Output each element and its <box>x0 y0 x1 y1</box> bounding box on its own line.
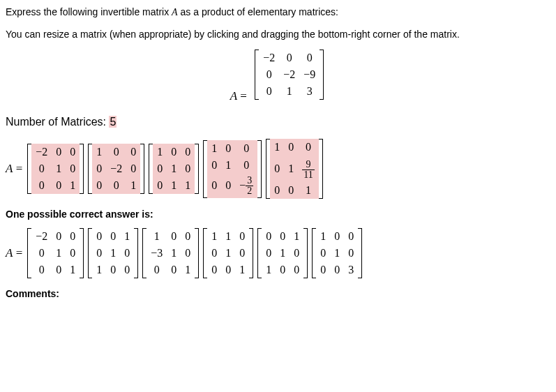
student-matrix-0[interactable]: −200010001 <box>27 144 84 194</box>
matrix-cell[interactable]: 0 <box>167 144 181 160</box>
matrix-cell: −9 <box>299 66 320 83</box>
instruction-text-1b: as a product of elementary matrices: <box>178 6 338 17</box>
student-matrix-3-table: 10001000−32 <box>207 140 257 198</box>
matrix-cell: 0 <box>276 262 290 278</box>
matrix-cell: 0 <box>207 262 221 278</box>
student-matrix-2-table: 100010011 <box>153 144 195 194</box>
matrix-cell: 3 <box>299 83 320 100</box>
matrix-cell[interactable]: 1 <box>207 140 221 157</box>
matrix-cell[interactable]: 0 <box>52 177 66 194</box>
correct-matrix-4: 001010100 <box>257 228 308 278</box>
student-matrix-4-table: 10001911001 <box>270 139 318 199</box>
matrix-cell: 1 <box>279 83 299 100</box>
matrix-cell[interactable]: 0 <box>298 139 318 156</box>
matrix-cell: 0 <box>221 262 235 278</box>
matrix-cell: 0 <box>31 245 52 262</box>
bracket-right <box>303 228 308 278</box>
matrix-cell[interactable]: −2 <box>106 160 126 177</box>
matrix-cell[interactable]: 0 <box>52 144 66 160</box>
matrix-cell[interactable]: 0 <box>106 144 126 160</box>
matrix-cell[interactable]: 0 <box>221 140 235 157</box>
matrix-cell[interactable]: 1 <box>167 160 181 177</box>
matrix-cell[interactable]: 0 <box>92 177 106 194</box>
matrix-cell[interactable]: 0 <box>106 177 126 194</box>
matrix-cell[interactable]: 1 <box>221 157 235 174</box>
matrix-cell: 1 <box>330 245 344 262</box>
bracket-right <box>140 144 144 194</box>
matrix-cell[interactable]: 0 <box>221 174 235 198</box>
matrix-cell[interactable]: 0 <box>66 144 80 160</box>
matrix-cell[interactable]: 0 <box>270 156 284 182</box>
matrix-cell[interactable]: 0 <box>66 160 80 177</box>
correct-matrix-2-table: 100−310001 <box>146 228 195 278</box>
matrix-cell[interactable]: 0 <box>181 144 195 160</box>
matrix-cell: 1 <box>316 228 330 245</box>
matrix-cell[interactable]: 0 <box>153 160 167 177</box>
matrix-row: 100 <box>92 262 134 278</box>
matrix-cell[interactable]: 0 <box>126 160 140 177</box>
matrix-row: −310 <box>146 245 195 262</box>
matrix-cell: 1 <box>167 245 181 262</box>
num-matrices-input[interactable]: 5 <box>109 116 117 128</box>
matrix-cell: 0 <box>167 262 181 278</box>
matrix-row: 010 <box>316 245 358 262</box>
student-matrix-2[interactable]: 100010011 <box>149 144 199 194</box>
matrix-row: 001 <box>146 262 195 278</box>
correct-matrix-1-table: 001010100 <box>92 228 134 278</box>
matrix-cell[interactable]: 0 <box>207 157 221 174</box>
bracket-right <box>320 50 324 100</box>
matrix-cell[interactable]: 1 <box>92 144 106 160</box>
matrix-cell[interactable]: 0 <box>235 140 257 157</box>
matrix-cell: −2 <box>279 66 299 83</box>
matrix-cell[interactable]: −2 <box>31 144 52 160</box>
student-matrix-3[interactable]: 10001000−32 <box>203 140 262 198</box>
matrix-cell: 0 <box>316 245 330 262</box>
matrix-cell: 0 <box>290 245 303 262</box>
matrix-cell[interactable]: 0 <box>235 157 257 174</box>
matrix-cell: −3 <box>146 245 167 262</box>
student-matrix-1-table: 1000−20001 <box>92 144 140 194</box>
matrix-cell[interactable]: 911 <box>298 156 318 182</box>
matrix-cell: 0 <box>330 262 344 278</box>
matrix-cell[interactable]: 1 <box>298 182 318 199</box>
correct-matrix-5: 100010003 <box>312 228 362 278</box>
matrix-cell: 0 <box>120 262 134 278</box>
matrix-cell[interactable]: 1 <box>66 177 80 194</box>
matrix-cell: 1 <box>181 262 195 278</box>
matrix-cell[interactable]: 0 <box>270 182 284 199</box>
matrix-cell[interactable]: 1 <box>52 160 66 177</box>
matrix-cell[interactable]: 0 <box>126 144 140 160</box>
matrix-cell[interactable]: 1 <box>181 177 195 194</box>
matrix-row: 0−20 <box>92 160 140 177</box>
matrix-cell[interactable]: 0 <box>31 160 52 177</box>
matrix-cell[interactable]: 1 <box>126 177 140 194</box>
matrix-cell: 0 <box>290 262 303 278</box>
matrix-row: 100 <box>207 140 257 157</box>
student-matrix-0-table: −200010001 <box>31 144 80 194</box>
student-matrix-4[interactable]: 10001911001 <box>266 139 322 199</box>
matrix-cell[interactable]: −32 <box>235 174 257 198</box>
matrix-cell: 1 <box>92 262 106 278</box>
matrix-row: 100 <box>153 144 195 160</box>
student-matrix-1[interactable]: 1000−20001 <box>88 144 144 194</box>
bracket-right <box>257 140 262 198</box>
matrix-cell: 0 <box>31 262 52 278</box>
bracket-right <box>195 228 199 278</box>
matrix-cell[interactable]: 0 <box>207 174 221 198</box>
matrix-cell: 0 <box>276 228 290 245</box>
matrix-cell[interactable]: 1 <box>270 139 284 156</box>
matrix-cell[interactable]: 0 <box>92 160 106 177</box>
matrix-cell[interactable]: 0 <box>153 177 167 194</box>
matrix-cell: 1 <box>276 245 290 262</box>
matrix-cell[interactable]: 0 <box>181 160 195 177</box>
matrix-row: 003 <box>316 262 358 278</box>
correct-matrix-4-table: 001010100 <box>262 228 303 278</box>
matrix-cell[interactable]: 1 <box>153 144 167 160</box>
matrix-cell[interactable]: 0 <box>284 139 298 156</box>
matrix-cell: 0 <box>259 83 279 100</box>
matrix-cell[interactable]: 1 <box>167 177 181 194</box>
matrix-cell[interactable]: 0 <box>284 182 298 199</box>
matrix-cell[interactable]: 1 <box>284 156 298 182</box>
matrix-cell: 0 <box>316 262 330 278</box>
matrix-cell[interactable]: 0 <box>31 177 52 194</box>
